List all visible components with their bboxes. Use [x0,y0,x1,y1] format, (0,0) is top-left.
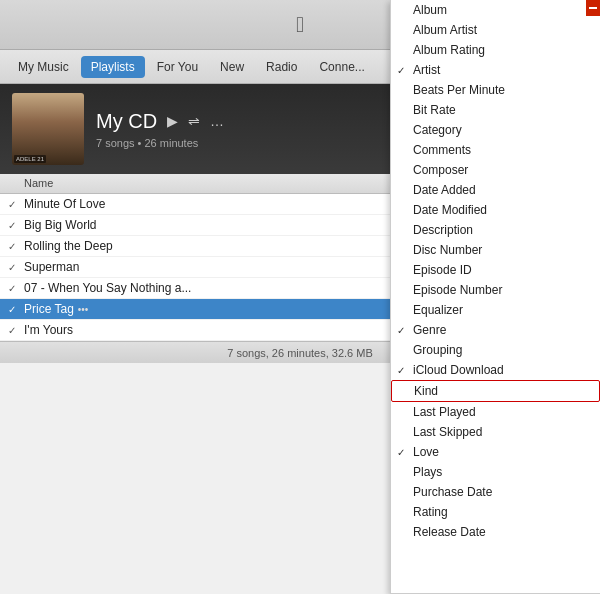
dropdown-item[interactable]: Disc Number [391,240,600,260]
header-check [8,177,24,190]
dropdown-item[interactable]: Grouping [391,340,600,360]
check-icon: ✓ [8,325,24,336]
check-icon: ✓ [8,262,24,273]
track-name: Big Big World [24,218,419,232]
dropdown-item[interactable]: ✓Love [391,442,600,462]
nav-item-connect[interactable]: Conne... [309,56,374,78]
status-text: 7 songs, 26 minutes, 32.6 MB [227,347,373,359]
dropdown-item[interactable]: ✓Artist [391,60,600,80]
dropdown-item[interactable]: Album [391,0,600,20]
check-icon: ✓ [8,283,24,294]
track-name: Superman [24,260,362,274]
track-name: Rolling the Deep [24,239,421,253]
shuffle-button[interactable]: ⇌ [188,113,200,129]
dropdown-item[interactable]: Date Added [391,180,600,200]
dropdown-item[interactable]: Album Artist [391,20,600,40]
checkmark-icon: ✓ [397,365,413,376]
track-name: Minute Of Love [24,197,401,211]
album-art: ADELE 21 [12,93,84,165]
dropdown-item[interactable]: Purchase Date [391,482,600,502]
nav-item-radio[interactable]: Radio [256,56,307,78]
dropdown-item[interactable]: Description [391,220,600,240]
dropdown-item[interactable]: Episode Number [391,280,600,300]
dropdown-item[interactable]: ✓Genre [391,320,600,340]
dropdown-item[interactable]: Last Skipped [391,422,600,442]
dropdown-item[interactable]: Last Played [391,402,600,422]
dropdown-item[interactable]: Kind [391,380,600,402]
track-name: 07 - When You Say Nothing a... [24,281,373,295]
dropdown-item[interactable]: Rating [391,502,600,522]
track-name: Price Tag ••• [24,302,425,316]
check-icon: ✓ [8,304,24,315]
dropdown-item[interactable]: Comments [391,140,600,160]
nav-item-for-you[interactable]: For You [147,56,208,78]
play-button[interactable]: ▶ [167,113,178,129]
dropdown-item[interactable]: Date Modified [391,200,600,220]
dropdown-close-button[interactable] [586,0,600,16]
check-icon: ✓ [8,199,24,210]
column-picker-dropdown: AlbumAlbum ArtistAlbum Rating✓ArtistBeat… [390,0,600,594]
track-name: I'm Yours [24,323,390,337]
apple-logo-icon:  [296,12,304,38]
check-icon: ✓ [8,241,24,252]
album-label: ADELE 21 [14,155,46,163]
track-options-icon[interactable]: ••• [78,304,89,315]
dropdown-item[interactable]: Equalizer [391,300,600,320]
dropdown-item[interactable]: Plays [391,462,600,482]
checkmark-icon: ✓ [397,325,413,336]
check-icon: ✓ [8,220,24,231]
dropdown-item[interactable]: ✓iCloud Download [391,360,600,380]
header-name: Name [24,177,427,190]
nav-item-my-music[interactable]: My Music [8,56,79,78]
dropdown-item[interactable]: Bit Rate [391,100,600,120]
dropdown-item[interactable]: Beats Per Minute [391,80,600,100]
dropdown-item[interactable]: Album Rating [391,40,600,60]
dropdown-item[interactable]: Composer [391,160,600,180]
checkmark-icon: ✓ [397,447,413,458]
dropdown-item[interactable]: Episode ID [391,260,600,280]
more-button[interactable]: … [210,113,224,129]
dropdown-item[interactable]: Release Date [391,522,600,542]
nav-item-new[interactable]: New [210,56,254,78]
checkmark-icon: ✓ [397,65,413,76]
nav-item-playlists[interactable]: Playlists [81,56,145,78]
dropdown-item[interactable]: Category [391,120,600,140]
